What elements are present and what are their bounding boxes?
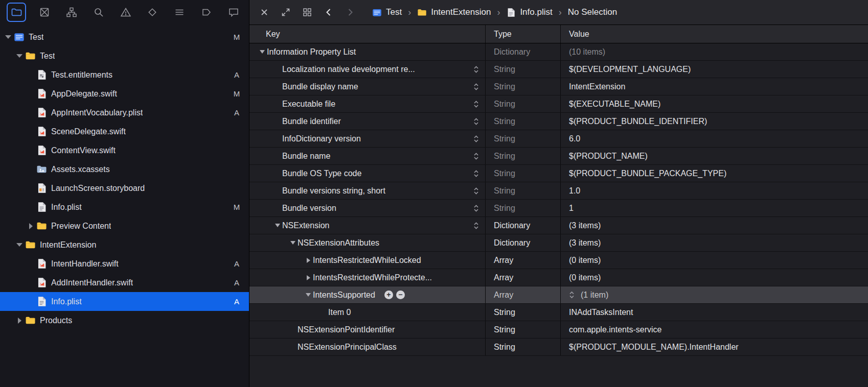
file-tree-row[interactable]: AppDelegate.swiftM xyxy=(0,84,249,103)
plist-type[interactable]: String xyxy=(486,61,561,78)
plist-value[interactable]: IntentExtension xyxy=(561,78,868,95)
plist-row[interactable]: IntentsRestrictedWhileProtecte...Array(0… xyxy=(249,269,868,286)
breadcrumb-item[interactable]: Test xyxy=(372,7,402,17)
file-tree-row[interactable]: Test.entitlementsA xyxy=(0,65,249,84)
plist-value[interactable]: $(DEVELOPMENT_LANGUAGE) xyxy=(561,61,868,78)
plist-type[interactable]: Dictionary xyxy=(486,43,561,60)
expand-editor-icon[interactable] xyxy=(279,6,292,19)
plist-value[interactable]: $(PRODUCT_MODULE_NAME).IntentHandler xyxy=(561,338,868,355)
key-stepper-icon[interactable] xyxy=(473,186,479,195)
file-tree-row[interactable]: AddIntentHandler.swiftA xyxy=(0,273,249,292)
plist-row[interactable]: Localization native development re...Str… xyxy=(249,61,868,78)
file-tree-row[interactable]: Products xyxy=(0,311,249,330)
plist-type[interactable]: Dictionary xyxy=(486,234,561,251)
plist-type[interactable]: String xyxy=(486,338,561,355)
disclosure-triangle-open-icon[interactable] xyxy=(258,50,267,54)
breadcrumb-item[interactable]: Info.plist xyxy=(506,7,552,17)
plist-row[interactable]: IntentsSupported+−Array(1 item) xyxy=(249,286,868,304)
file-tree-row[interactable]: Info.plistA xyxy=(0,292,249,311)
project-navigator-icon[interactable] xyxy=(7,3,26,22)
related-items-icon[interactable] xyxy=(301,6,314,19)
file-tree-row[interactable]: Assets.xcassets xyxy=(0,160,249,179)
plist-row[interactable]: Bundle versions string, shortString1.0 xyxy=(249,182,868,200)
key-stepper-icon[interactable] xyxy=(473,100,479,108)
disclosure-triangle-open-icon[interactable] xyxy=(288,241,298,245)
disclosure-triangle-closed-icon[interactable] xyxy=(27,223,35,229)
file-tree-row[interactable]: Info.plistM xyxy=(0,198,249,216)
file-tree-row[interactable]: IntentHandler.swiftA xyxy=(0,254,249,273)
plist-row[interactable]: Information Property ListDictionary(10 i… xyxy=(249,43,868,61)
disclosure-triangle-closed-icon[interactable] xyxy=(304,275,313,280)
plist-type[interactable]: String xyxy=(486,78,561,95)
file-tree-row[interactable]: Preview Content xyxy=(0,216,249,235)
plist-value[interactable]: $(EXECUTABLE_NAME) xyxy=(561,95,868,112)
plist-row[interactable]: Bundle versionString1 xyxy=(249,200,868,217)
key-stepper-icon[interactable] xyxy=(473,221,479,230)
file-tree-row[interactable]: SceneDelegate.swift xyxy=(0,122,249,141)
plist-value[interactable]: $(PRODUCT_BUNDLE_IDENTIFIER) xyxy=(561,113,868,130)
issue-navigator-icon[interactable] xyxy=(117,4,134,21)
plist-type[interactable]: String xyxy=(486,182,561,199)
plist-type[interactable]: Array xyxy=(486,286,561,303)
plist-value[interactable]: (3 items) xyxy=(561,217,868,234)
plist-type[interactable]: Dictionary xyxy=(486,217,561,234)
column-header-type[interactable]: Type xyxy=(486,25,561,43)
plist-value[interactable]: com.apple.intents-service xyxy=(561,321,868,338)
plist-value[interactable]: INAddTasksIntent xyxy=(561,304,868,321)
breakpoint-navigator-icon[interactable] xyxy=(198,4,215,21)
add-item-button[interactable]: + xyxy=(384,291,393,299)
key-stepper-icon[interactable] xyxy=(473,82,479,91)
breadcrumb-item[interactable]: No Selection xyxy=(568,7,617,17)
plist-type[interactable]: String xyxy=(486,200,561,216)
plist-value[interactable]: (0 items) xyxy=(561,269,868,286)
plist-row[interactable]: Executable fileString$(EXECUTABLE_NAME) xyxy=(249,95,868,113)
disclosure-triangle-open-icon[interactable] xyxy=(273,224,282,227)
plist-value[interactable]: (3 items) xyxy=(561,234,868,251)
plist-row[interactable]: NSExtensionPrincipalClassString$(PRODUCT… xyxy=(249,338,868,356)
plist-value[interactable]: 6.0 xyxy=(561,130,868,147)
test-navigator-icon[interactable] xyxy=(144,4,161,21)
plist-type[interactable]: Array xyxy=(486,252,561,269)
disclosure-triangle-open-icon[interactable] xyxy=(15,243,24,247)
plist-value[interactable]: $(PRODUCT_BUNDLE_PACKAGE_TYPE) xyxy=(561,165,868,182)
plist-row[interactable]: NSExtensionPointIdentifierStringcom.appl… xyxy=(249,321,868,338)
plist-value[interactable]: (10 items) xyxy=(561,43,868,60)
plist-row[interactable]: Bundle identifierString$(PRODUCT_BUNDLE_… xyxy=(249,113,868,130)
plist-row[interactable]: Bundle OS Type codeString$(PRODUCT_BUNDL… xyxy=(249,165,868,182)
plist-row[interactable]: NSExtensionAttributesDictionary(3 items) xyxy=(249,234,868,252)
plist-type[interactable]: String xyxy=(486,304,561,321)
plist-row[interactable]: IntentsRestrictedWhileLockedArray(0 item… xyxy=(249,252,868,269)
plist-type[interactable]: String xyxy=(486,321,561,338)
key-stepper-icon[interactable] xyxy=(473,152,479,160)
key-stepper-icon[interactable] xyxy=(473,134,479,143)
plist-row[interactable]: NSExtensionDictionary(3 items) xyxy=(249,217,868,234)
plist-value[interactable]: 1.0 xyxy=(561,182,868,199)
key-stepper-icon[interactable] xyxy=(473,117,479,126)
value-stepper-icon[interactable] xyxy=(569,291,575,299)
forward-chevron-icon[interactable] xyxy=(344,6,357,19)
report-navigator-icon[interactable] xyxy=(225,4,242,21)
source-control-navigator-icon[interactable] xyxy=(36,4,53,21)
plist-type[interactable]: String xyxy=(486,95,561,112)
column-header-key[interactable]: Key xyxy=(249,25,486,43)
disclosure-triangle-open-icon[interactable] xyxy=(15,54,24,58)
breadcrumb-item[interactable]: IntentExtension xyxy=(417,7,491,17)
plist-type[interactable]: String xyxy=(486,130,561,147)
plist-row[interactable]: InfoDictionary versionString6.0 xyxy=(249,130,868,148)
plist-row[interactable]: Bundle nameString$(PRODUCT_NAME) xyxy=(249,148,868,165)
plist-type[interactable]: String xyxy=(486,113,561,130)
symbol-navigator-icon[interactable] xyxy=(63,4,80,21)
file-tree-row[interactable]: IntentExtension xyxy=(0,235,249,254)
plist-value[interactable]: (0 items) xyxy=(561,252,868,269)
file-tree-row[interactable]: LaunchScreen.storyboard xyxy=(0,179,249,198)
plist-value[interactable]: (1 item) xyxy=(561,286,868,303)
disclosure-triangle-closed-icon[interactable] xyxy=(15,318,24,324)
remove-item-button[interactable]: − xyxy=(396,291,405,299)
plist-value[interactable]: $(PRODUCT_NAME) xyxy=(561,148,868,164)
plist-row[interactable]: Item 0StringINAddTasksIntent xyxy=(249,304,868,321)
file-tree-row[interactable]: ContentView.swift xyxy=(0,141,249,160)
key-stepper-icon[interactable] xyxy=(473,65,479,74)
column-header-value[interactable]: Value xyxy=(561,25,868,43)
file-tree-row[interactable]: AppIntentVocabulary.plistA xyxy=(0,103,249,122)
back-chevron-icon[interactable] xyxy=(322,6,335,19)
